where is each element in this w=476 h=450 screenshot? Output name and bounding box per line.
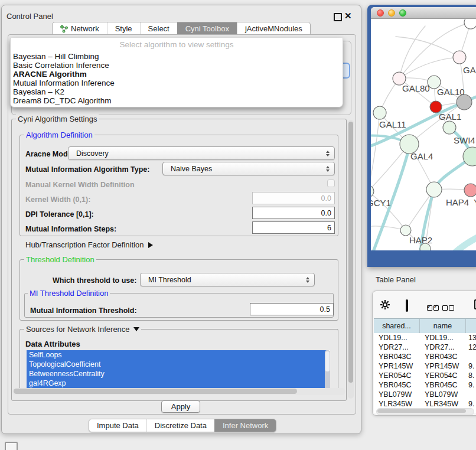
tab-infer-network[interactable]: Infer Network — [214, 419, 276, 432]
which-threshold-combo[interactable]: MI Threshold — [140, 273, 315, 286]
table-row[interactable]: YBR043CYBR043C — [374, 352, 476, 361]
network-edge[interactable] — [452, 235, 476, 250]
collapsed-panel-icon[interactable] — [5, 442, 18, 450]
dropdown-item-bayesian-hill-climbing[interactable]: Bayesian – Hill Climbing — [11, 52, 343, 61]
select-all-icon[interactable] — [427, 302, 440, 313]
gear-icon[interactable] — [380, 299, 390, 310]
settings-vertical-scrollbar[interactable] — [348, 120, 354, 399]
algorithm-definition-title: Algorithm Definition — [24, 131, 94, 139]
combo-arrows-icon — [326, 166, 330, 172]
column-header-shared-name[interactable]: shared... — [374, 319, 420, 333]
dropdown-item-aracne-algorithm[interactable]: ARACNE Algorithm — [11, 70, 343, 79]
tab-jactivemnodules[interactable]: jActiveMNodules — [237, 22, 310, 35]
tab-cyni-toolbox[interactable]: Cyni Toolbox — [177, 22, 237, 35]
table-rows: YDL19...YDL19...13YDR27...YDR27...12YBR0… — [374, 333, 476, 413]
zoom-traffic-light-icon[interactable] — [399, 9, 406, 17]
columns-icon[interactable] — [406, 299, 408, 312]
tab-select[interactable]: Select — [140, 22, 177, 35]
which-threshold-value: MI Threshold — [148, 276, 191, 284]
table-row[interactable]: YDR27...YDR27...12 — [374, 343, 476, 352]
settings-vertical-scrollbar-thumb[interactable] — [348, 122, 353, 383]
column-header-partial[interactable]: A — [466, 319, 476, 333]
table-cell: YBR043C — [420, 352, 466, 361]
combo-arrows-icon — [306, 277, 309, 283]
deselect-all-icon[interactable] — [442, 302, 455, 313]
close-traffic-light-icon[interactable] — [377, 9, 384, 17]
attributes-list-scrollbar-thumb[interactable] — [325, 351, 330, 371]
mi-algorithm-type-label: Mutual Information Algorithm Type: — [25, 165, 149, 174]
node-label-gal10: GAL10 — [437, 87, 465, 97]
table-cell: YDR27... — [420, 343, 466, 352]
sources-group-header[interactable]: Sources for Network Inference — [24, 325, 141, 334]
network-window-titlebar[interactable] — [371, 7, 476, 19]
dpi-tolerance-field[interactable]: 0.0 — [252, 207, 335, 219]
attributes-list-scrollbar[interactable] — [325, 350, 330, 392]
network-node[interactable] — [464, 19, 476, 29]
mi-algorithm-type-combo[interactable]: Naive Bayes — [162, 162, 335, 175]
node-label-gal1: GAL1 — [439, 112, 461, 122]
tab-network[interactable]: Network — [53, 22, 107, 35]
manual-kernel-width-checkbox[interactable] — [327, 180, 335, 187]
dropdown-items: Bayesian – Hill ClimbingBasic Correlatio… — [11, 52, 343, 105]
node-label-gcy1: GCY1 — [371, 198, 391, 208]
table-cell: YBR045C — [420, 380, 466, 390]
node-label-gal11: GAL11 — [379, 119, 406, 129]
kernel-width-label: Kernel Width (0,1): — [25, 195, 90, 204]
table-cell: YLR345W — [374, 399, 420, 409]
float-window-icon[interactable] — [334, 13, 342, 21]
table-row[interactable]: YPR145WYPR145W9. — [374, 361, 476, 371]
dropdown-item-bayesian-k2[interactable]: Bayesian – K2 — [11, 87, 343, 96]
attribute-item-topologicalcoefficient[interactable]: TopologicalCoefficient — [27, 360, 327, 369]
network-node-swi4[interactable] — [443, 121, 456, 134]
kernel-width-field[interactable]: 0.0 — [252, 192, 335, 204]
tab-impute-data[interactable]: Impute Data — [89, 419, 146, 432]
mi-steps-field[interactable]: 6 — [252, 221, 335, 234]
network-node-y[interactable] — [464, 184, 476, 197]
settings-horizontal-scrollbar-thumb[interactable] — [14, 389, 297, 394]
network-edge[interactable] — [399, 57, 459, 79]
aracne-mode-combo[interactable]: Discovery — [68, 146, 335, 160]
table-cell: YLR345W — [420, 399, 466, 409]
close-panel-icon[interactable]: ✕ — [344, 11, 352, 21]
mi-threshold-definition-title: MI Threshold Definition — [28, 289, 110, 298]
network-node-gal11[interactable] — [373, 106, 386, 119]
attribute-item-selfloops[interactable]: SelfLoops — [27, 350, 327, 360]
table-row[interactable]: YBL079WYBL079W — [374, 390, 476, 399]
network-view-inner-window: GALGAL80GAL10GAL1SWI4GAL4GAL11HAP4YGCY1H… — [371, 7, 476, 250]
threshold-definition-title: Threshold Definition — [24, 255, 96, 264]
minimize-traffic-light-icon[interactable] — [388, 9, 395, 17]
dropdown-item-dream8-dc-tdc-algorithm[interactable]: Dream8 DC_TDC Algorithm — [11, 96, 343, 105]
table-row[interactable]: YER054CYER054C8. — [374, 371, 476, 380]
attribute-item-betweennesscentrality[interactable]: BetweennessCentrality — [27, 369, 327, 379]
network-node-gal[interactable] — [453, 51, 466, 64]
table-panel: shared... name A YDL19...YDL19...13YDR27… — [372, 291, 476, 416]
table-horizontal-scrollbar[interactable] — [376, 408, 474, 415]
node-label-hap4: HAP4 — [446, 197, 469, 207]
network-edge[interactable] — [371, 113, 380, 191]
network-node-hap4[interactable] — [426, 182, 442, 197]
attribute-item-gal4rgexp[interactable]: gal4RGexp — [27, 379, 327, 388]
settings-horizontal-scrollbar[interactable] — [12, 388, 345, 395]
network-node-hap2[interactable] — [400, 225, 411, 236]
table-row[interactable]: YDL19...YDL19...13 — [374, 333, 476, 343]
node-label-hap2: HAP2 — [409, 235, 432, 245]
aracne-mode-label: Aracne Mode: — [25, 150, 74, 158]
table-cell: YBL079W — [374, 390, 420, 399]
tab-discretize-data[interactable]: Discretize Data — [146, 419, 214, 432]
table-cell: YDL19... — [374, 333, 420, 343]
dropdown-item-mutual-information-inference[interactable]: Mutual Information Inference — [11, 79, 343, 87]
bottom-tabbar: Impute DataDiscretize DataInfer Network — [89, 419, 276, 432]
data-attributes-list[interactable]: SelfLoopsTopologicalCoefficientBetweenne… — [27, 350, 330, 392]
hub-definition-disclosure[interactable]: Hub/Transcription Factor Definition — [25, 240, 153, 249]
table-horizontal-scrollbar-thumb[interactable] — [377, 409, 466, 413]
mi-threshold-field[interactable]: 0.5 — [250, 303, 334, 315]
network-node-gal1[interactable] — [430, 101, 442, 113]
table-row[interactable]: YLR345WYLR345W9. — [374, 399, 476, 409]
network-canvas[interactable]: GALGAL80GAL10GAL1SWI4GAL4GAL11HAP4YGCY1H… — [371, 19, 476, 250]
column-header-name[interactable]: name — [420, 319, 466, 333]
apply-button[interactable]: Apply — [161, 400, 200, 413]
network-view-window: GALGAL80GAL10GAL1SWI4GAL4GAL11HAP4YGCY1H… — [367, 5, 476, 267]
tab-style[interactable]: Style — [107, 22, 140, 35]
table-row[interactable]: YBR045CYBR045C9. — [374, 380, 476, 390]
dropdown-item-basic-correlation-inference[interactable]: Basic Correlation Inference — [11, 61, 343, 70]
